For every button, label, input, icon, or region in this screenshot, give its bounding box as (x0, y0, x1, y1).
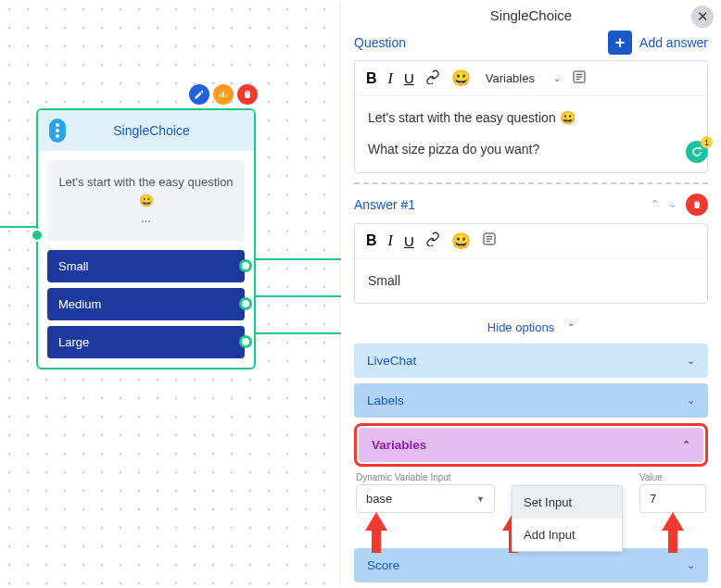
editor-toolbar: B I U 😀 (355, 224, 707, 259)
plus-icon: + (608, 31, 632, 55)
triangle-down-icon: ▼ (476, 494, 485, 504)
move-down-button[interactable]: ⌄ (668, 198, 677, 210)
delete-node-button[interactable] (237, 84, 258, 105)
underline-button[interactable]: U (404, 233, 414, 249)
connection-line (256, 295, 341, 297)
output-port[interactable] (239, 259, 252, 272)
bold-button[interactable]: B (366, 70, 377, 87)
move-up-button[interactable]: ⌃ (651, 198, 659, 210)
question-textarea[interactable]: Let's start with the easy question 😀 Wha… (355, 96, 707, 172)
node-question: Let's start with the easy question 😀 ... (47, 160, 245, 241)
value-label: Value (639, 472, 706, 482)
link-button[interactable] (425, 69, 440, 88)
annotation-arrow (363, 512, 389, 553)
node-answer-small[interactable]: Small (47, 250, 245, 282)
stats-node-button[interactable] (213, 84, 234, 105)
emoji-button[interactable]: 😀 (451, 69, 471, 88)
canvas[interactable]: SingleChoice Let's start with the easy q… (0, 0, 341, 588)
question-editor[interactable]: B I U 😀 Variables⌄ Let's start with the … (354, 60, 708, 173)
grammarly-icon[interactable] (686, 141, 708, 163)
italic-button[interactable]: I (388, 70, 393, 87)
answer1-textarea[interactable]: Small (355, 259, 707, 304)
divider (354, 182, 708, 184)
question-section-head: Question + Add answer (354, 31, 708, 55)
emoji-button[interactable]: 😀 (451, 231, 471, 251)
node-singlechoice[interactable]: SingleChoice Let's start with the easy q… (36, 108, 256, 369)
accordion-score[interactable]: Score ⌄ (354, 548, 708, 582)
hide-options-toggle[interactable]: Hide options ⌃ (354, 311, 708, 344)
variables-dropdown[interactable]: Variables⌄ (486, 71, 561, 85)
add-answer[interactable]: + Add answer (608, 31, 708, 55)
italic-button[interactable]: I (388, 232, 393, 249)
node-actions (189, 84, 258, 105)
dynamic-variable-select[interactable]: base ▼ (356, 484, 495, 513)
dynamic-variable-label: Dynamic Variable Input (356, 472, 495, 482)
variables-highlight: Variables ⌃ (354, 423, 708, 467)
answer1-editor[interactable]: B I U 😀 Small (354, 223, 708, 305)
panel-header: SingleChoice ✕ (341, 0, 721, 31)
format-button[interactable] (572, 69, 587, 88)
chevron-up-icon: ⌃ (682, 439, 690, 451)
value-input[interactable]: 7 (639, 484, 706, 513)
node-title: SingleChoice (77, 123, 243, 138)
connection-line (256, 258, 341, 260)
variable-row: Dynamic Variable Input base ▼ Value 7 Se… (354, 472, 708, 513)
link-button[interactable] (425, 231, 440, 250)
delete-answer-button[interactable] (686, 194, 708, 216)
properties-panel: SingleChoice ✕ Question + Add answer B I… (341, 0, 721, 588)
panel-title: SingleChoice (490, 7, 572, 23)
connection-line (0, 226, 36, 228)
accordion-variables[interactable]: Variables ⌃ (359, 428, 703, 462)
node-answer-large[interactable]: Large (47, 326, 245, 358)
edit-node-button[interactable] (189, 84, 209, 105)
node-answer-medium[interactable]: Medium (47, 288, 245, 320)
dropdown-set-input[interactable]: Set Input (512, 486, 622, 519)
answer1-header: Answer #1 ⌃ ⌄ (354, 194, 708, 216)
editor-toolbar: B I U 😀 Variables⌄ (355, 61, 707, 96)
bold-button[interactable]: B (366, 232, 377, 249)
chevron-up-icon: ⌃ (567, 322, 575, 332)
format-button[interactable] (482, 231, 497, 250)
output-port[interactable] (239, 297, 252, 310)
connection-line (256, 332, 341, 334)
chevron-down-icon: ⌄ (553, 73, 561, 83)
question-label: Question (354, 35, 406, 50)
node-input-port[interactable] (31, 229, 44, 242)
chevron-down-icon: ⌄ (687, 355, 695, 367)
dropdown-add-input[interactable]: Add Input (512, 519, 622, 551)
answer1-title: Answer #1 (354, 197, 415, 212)
node-header: SingleChoice (38, 110, 254, 151)
accordion-labels[interactable]: Labels ⌄ (354, 383, 708, 418)
chevron-down-icon: ⌄ (687, 394, 695, 407)
close-button[interactable]: ✕ (691, 6, 714, 28)
chevron-down-icon: ⌄ (687, 559, 695, 571)
singlechoice-icon (49, 119, 66, 143)
output-port[interactable] (239, 335, 252, 348)
underline-button[interactable]: U (404, 70, 414, 86)
annotation-arrow (660, 512, 686, 553)
action-dropdown: Set Input Add Input (512, 485, 623, 552)
accordion-livechat[interactable]: LiveChat ⌄ (354, 344, 708, 378)
